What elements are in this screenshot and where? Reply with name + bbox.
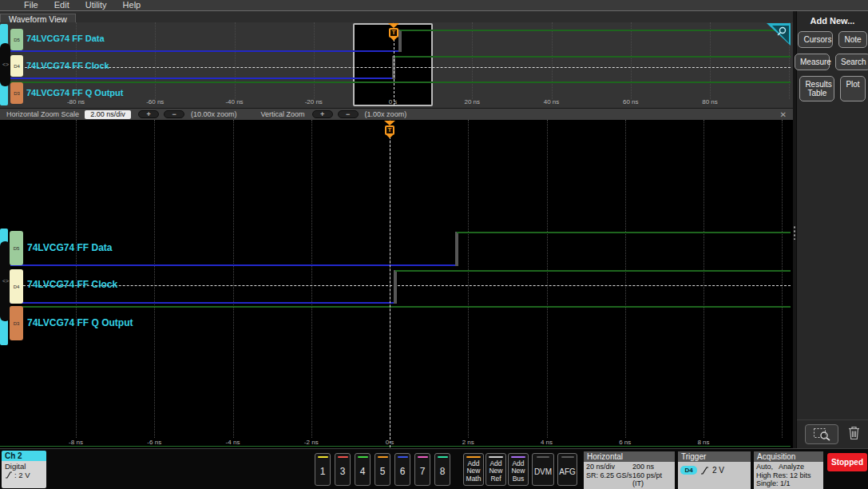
add-new-button-row: CursorsNote [797,31,868,48]
button-label: AFG [559,458,576,485]
cursors-button[interactable]: Cursors [798,31,833,48]
trigger-flag-icon: T [385,125,394,135]
trigger-flag-icon: T [389,28,398,38]
add-new-bus-button[interactable]: Add New Bus [508,453,529,486]
channel-1-button[interactable]: 1 [315,453,331,486]
acquisition-single: Single: 1/1 [756,479,821,488]
measure-button[interactable]: Measure [795,54,830,70]
menu-item-utility[interactable]: Utility [85,0,107,10]
axis-tick-label: -60 ns [137,98,172,106]
channel-badge-d3[interactable]: D3 [10,306,23,340]
channel-badge-d5[interactable]: D5 [10,231,23,265]
channel-badge-d5[interactable]: D5 [10,29,23,50]
axis-tick-label: -20 ns [296,98,331,106]
splitter-grip-icon [794,225,795,240]
trigger-panel[interactable]: Trigger D4 2 V [678,451,751,489]
channel-label-d4[interactable]: 74LVCG74 FF Clock [27,279,117,290]
afg-button[interactable]: AFG [557,453,577,486]
signal-line [7,306,791,308]
grid-line [625,120,626,438]
stopped-button[interactable]: Stopped [827,453,867,471]
grid-line [154,120,155,438]
vertical-zoom-readout: (1.00x zoom) [365,110,407,118]
close-zoom-icon[interactable]: ✕ [780,110,787,119]
channel-label-d3[interactable]: 74LVCG74 FF Q Output [27,317,133,328]
signal-line [395,270,791,272]
grid-line [235,22,236,99]
channel-label-d4[interactable]: 74LVCG74 FF Clock [26,61,109,71]
menu-item-file[interactable]: File [24,0,38,10]
channel-5-button[interactable]: 5 [375,453,390,486]
grid-line [233,120,234,438]
grid-line [314,22,315,99]
add-new-math-button[interactable]: Add New Math [463,453,484,486]
trigger-panel-title: Trigger [678,451,751,462]
channel-label-d5[interactable]: 74LVCG74 FF Data [26,34,105,44]
axis-tick-label: -40 ns [217,98,252,106]
signal-edge [394,270,397,304]
channel-6-button[interactable]: 6 [394,453,410,486]
axis-tick-label: 80 ns [692,98,727,106]
channel-buttons: 1345678 [315,453,450,486]
clock-threshold-dash [9,67,791,68]
channel-4-button[interactable]: 4 [355,453,371,486]
trigger-marker[interactable]: T [388,23,399,41]
horizontal-panel[interactable]: Horizontal 20 ns/div 200 ns SR: 6.25 GS/… [584,451,675,489]
search-button[interactable]: Search [835,54,868,70]
add-new-title: Add New... [797,16,868,26]
zoom-select-button[interactable] [805,424,838,444]
add-new-source-buttons: Add New MathAdd New RefAdd New Bus [463,453,529,486]
axis-tick-label: 0 s [375,98,410,106]
acquisition-panel[interactable]: Acquisition Auto, Analyze High Res: 12 b… [754,451,823,489]
horizontal-sample-rate: SR: 6.25 GS/s [586,471,632,488]
signal-line [9,82,791,83]
channel-number: 8 [440,458,446,485]
channel-2-threshold: : 2 V [14,471,30,479]
zoom-corner-icon [767,23,791,46]
channel-8-button[interactable]: 8 [434,453,450,486]
horizontal-zoom-out-button[interactable]: − [164,110,184,118]
button-label: Add New Ref [486,458,505,485]
acquisition-detail: High Res: 12 bits [756,471,821,480]
axis-tick-label: 20 ns [454,98,489,106]
channel-3-button[interactable]: 3 [335,453,351,486]
trigger-marker[interactable]: T [384,121,395,138]
signal-line [394,56,791,58]
grid-line [547,120,548,438]
channel-7-button[interactable]: 7 [414,453,430,486]
add-new-ref-button[interactable]: Add New Ref [486,453,506,486]
menu-item-help[interactable]: Help [123,0,141,10]
waveform-overview[interactable]: -80 ns-60 ns-40 ns-20 ns0 s20 ns40 ns60 … [0,22,793,108]
channel-number: 3 [340,458,346,485]
menu-item-edit[interactable]: Edit [54,0,69,10]
results-table-button[interactable]: Results Table [799,76,834,101]
channel-badge-d4[interactable]: D4 [10,55,23,77]
vertical-zoom-out-button[interactable]: − [338,110,359,118]
signal-line [400,30,791,31]
grid-line [710,22,711,99]
zoom-toolbar: Horizontal Zoom Scale 2.00 ns/div + − (1… [0,108,793,120]
channel-number: 5 [380,458,386,485]
trigger-flag-tip [386,135,393,138]
channel-number: 7 [420,458,426,485]
horizontal-zoom-in-button[interactable]: + [138,110,159,118]
channel-group-handle[interactable]: <> [0,43,10,86]
grid-line [311,120,312,438]
trash-button[interactable] [848,426,860,443]
channel-label-d3[interactable]: 74LVCG74 FF Q Output [26,88,123,98]
waveform-main-view[interactable]: -8 ns-6 ns-4 ns-2 ns0 s2 ns4 ns6 ns8 ns<… [0,120,793,448]
vertical-zoom-in-button[interactable]: + [312,110,333,118]
channel-2-badge[interactable]: Ch 2 Digital : 2 V [2,451,46,488]
signal-line [9,50,400,52]
horizontal-zoom-scale-value[interactable]: 2.00 ns/div [85,110,131,119]
channel-badge-d3[interactable]: D3 [10,82,23,104]
zoom-overlay-indicator[interactable] [767,23,791,46]
dvm-button[interactable]: DVM [532,453,554,486]
plot-button[interactable]: Plot [840,76,865,101]
add-new-button-row: MeasureSearch [797,54,868,70]
axis-tick-label: -80 ns [58,98,93,106]
channel-badge-d4[interactable]: D4 [10,269,23,304]
trash-icon [848,426,860,440]
channel-label-d5[interactable]: 74LVCG74 FF Data [27,242,112,253]
note-button[interactable]: Note [838,31,866,48]
